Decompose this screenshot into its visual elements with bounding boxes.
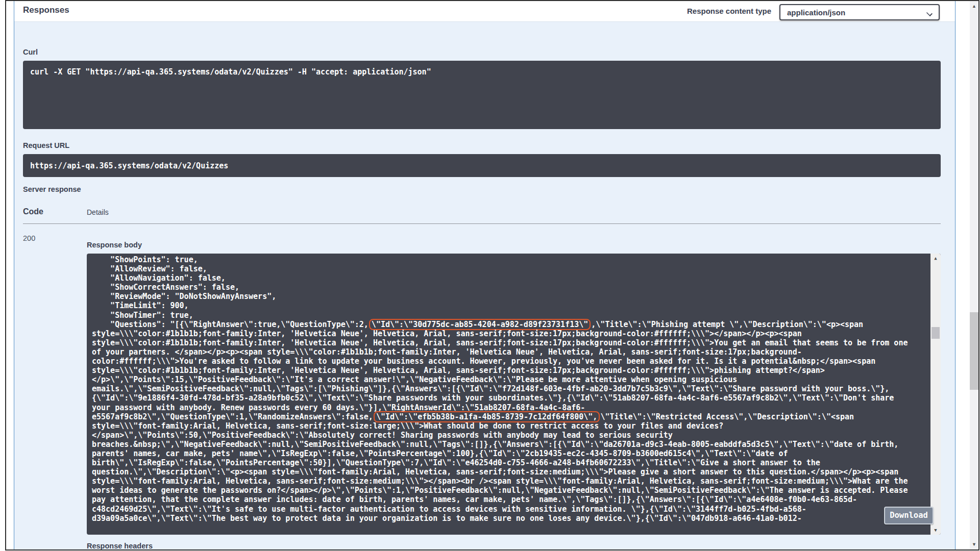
page-scroll-down-icon[interactable]: ▼ — [970, 540, 978, 548]
curl-command-block[interactable]: curl -X GET "https://api-qa.365.systems/… — [23, 61, 941, 129]
scroll-up-icon[interactable]: ▲ — [930, 255, 941, 262]
response-row-200: 200 Response body "ShowPoints": true, "A… — [23, 234, 941, 550]
opblock-get: Responses Response content type applicat… — [14, 1, 955, 549]
response-body-scrollbar[interactable]: ▲ ▼ — [930, 254, 941, 535]
responses-title: Responses — [23, 4, 69, 15]
scroll-down-icon[interactable]: ▼ — [930, 527, 941, 534]
page-scroll-up-icon[interactable]: ▲ — [970, 2, 978, 10]
app-window: Responses Response content type applicat… — [5, 0, 979, 550]
request-url-label: Request URL — [23, 141, 941, 149]
server-response-label: Server response — [23, 185, 941, 193]
response-headers-label: Response headers — [87, 542, 941, 550]
request-url-value: https://api-qa.365.systems/odata/v2/Quiz… — [30, 161, 228, 170]
status-code: 200 — [23, 234, 87, 550]
page-scrollbar[interactable]: ▲ ▼ — [970, 1, 978, 549]
server-response-table-header: Code Details — [23, 207, 941, 224]
curl-label: Curl — [23, 48, 941, 56]
response-body-scrollbar-thumb[interactable] — [932, 327, 940, 339]
response-content-type-label: Response content type — [687, 4, 771, 15]
response-content-type-value: application/json — [787, 8, 845, 17]
response-details: Response body "ShowPoints": true, "Allow… — [87, 234, 941, 550]
opblock-body: Curl curl -X GET "https://api-qa.365.sys… — [14, 22, 955, 549]
page-scrollbar-thumb[interactable] — [970, 312, 978, 390]
swagger-responses-section: Responses Response content type applicat… — [6, 1, 970, 549]
chevron-down-icon — [927, 11, 932, 16]
response-content-type-select[interactable]: application/json — [779, 4, 940, 20]
request-url-block[interactable]: https://api-qa.365.systems/odata/v2/Quiz… — [23, 154, 941, 177]
code-column-header: Code — [23, 207, 87, 216]
download-button[interactable]: Download — [884, 507, 934, 524]
response-body-block[interactable]: "ShowPoints": true, "AllowReview": false… — [87, 254, 941, 535]
response-body-code: "ShowPoints": true, "AllowReview": false… — [87, 254, 941, 535]
response-body-label: Response body — [87, 241, 941, 249]
details-column-header: Details — [87, 207, 109, 216]
server-response-table: Code Details 200 Response body "ShowPoin… — [23, 207, 941, 550]
curl-command: curl -X GET "https://api-qa.365.systems/… — [30, 67, 934, 77]
responses-header-bar: Responses Response content type applicat… — [14, 1, 955, 22]
